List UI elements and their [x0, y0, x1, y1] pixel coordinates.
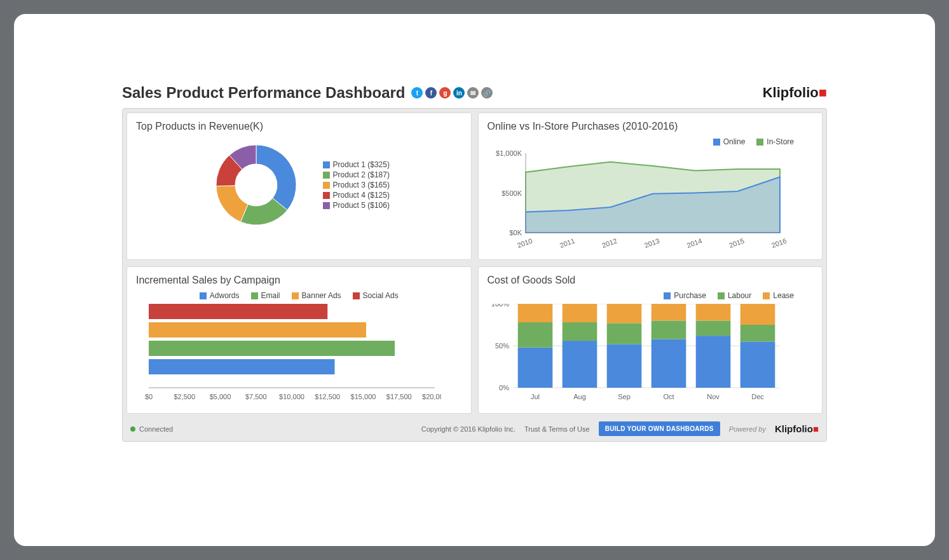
- legend-item[interactable]: Online: [713, 137, 746, 146]
- stacked-segment[interactable]: [695, 336, 730, 388]
- legend-item[interactable]: Banner Ads: [292, 291, 341, 300]
- stacked-segment[interactable]: [606, 323, 641, 344]
- svg-text:Nov: Nov: [707, 393, 720, 400]
- build-dashboards-button[interactable]: BUILD YOUR OWN DASHBOARDS: [599, 421, 720, 436]
- svg-text:Sep: Sep: [618, 393, 631, 400]
- email-icon[interactable]: ✉: [467, 87, 479, 99]
- legend-item[interactable]: Product 4 ($125): [323, 191, 390, 200]
- page-title: Sales Product Performance Dashboard: [122, 84, 405, 102]
- svg-text:$0: $0: [145, 393, 153, 400]
- copyright-text: Copyright © 2016 Klipfolio Inc.: [421, 425, 515, 433]
- footer-right: Copyright © 2016 Klipfolio Inc. Trust & …: [421, 421, 819, 436]
- stacked-segment[interactable]: [651, 339, 686, 388]
- stacked-segment[interactable]: [606, 344, 641, 388]
- svg-text:Jul: Jul: [530, 393, 539, 400]
- svg-text:$12,500: $12,500: [315, 393, 340, 400]
- share-icons: t f g in ✉ 🔗: [411, 87, 493, 99]
- bar[interactable]: [149, 359, 335, 374]
- donut-slice[interactable]: [256, 145, 296, 210]
- svg-text:$7,500: $7,500: [245, 393, 267, 400]
- bar[interactable]: [149, 341, 395, 356]
- donut-legend: Product 1 ($325)Product 2 ($187)Product …: [323, 159, 390, 211]
- svg-text:2011: 2011: [558, 236, 575, 249]
- card-top-products: Top Products in Revenue(K) Product 1 ($3…: [126, 113, 472, 260]
- svg-text:2015: 2015: [728, 236, 745, 249]
- powered-by-text: Powered by: [729, 425, 766, 433]
- legend-item[interactable]: Lease: [763, 291, 794, 300]
- svg-text:50%: 50%: [495, 342, 509, 350]
- svg-text:100%: 100%: [491, 304, 509, 308]
- svg-text:2014: 2014: [685, 236, 702, 249]
- stacked-segment[interactable]: [740, 325, 775, 341]
- legend-item[interactable]: Social Ads: [353, 291, 399, 300]
- legend-item[interactable]: Product 3 ($165): [323, 181, 390, 189]
- stacked-segment[interactable]: [517, 348, 552, 388]
- svg-text:$1,000K: $1,000K: [496, 150, 522, 157]
- twitter-icon[interactable]: t: [411, 87, 423, 99]
- link-icon[interactable]: 🔗: [481, 87, 493, 99]
- facebook-icon[interactable]: f: [425, 87, 437, 99]
- card-title: Online vs In-Store Purchases (2010-2016): [488, 121, 814, 132]
- card-title: Top Products in Revenue(K): [136, 121, 462, 132]
- svg-text:Aug: Aug: [573, 393, 586, 400]
- status: Connected: [130, 425, 173, 433]
- legend-item[interactable]: Email: [251, 291, 280, 300]
- bar[interactable]: [149, 322, 366, 338]
- footer-brand[interactable]: Klipfolio■: [775, 423, 819, 434]
- stacked-segment[interactable]: [606, 304, 641, 323]
- brand-logo[interactable]: Klipfolio■: [763, 85, 827, 101]
- svg-text:2016: 2016: [770, 236, 786, 249]
- legend-item[interactable]: In-Store: [756, 137, 794, 146]
- svg-text:2012: 2012: [601, 236, 618, 249]
- svg-text:$17,500: $17,500: [386, 393, 412, 400]
- stacked-segment[interactable]: [651, 304, 686, 320]
- legend-item[interactable]: Adwords: [200, 291, 240, 300]
- stacked-segment[interactable]: [517, 304, 552, 322]
- terms-link[interactable]: Trust & Terms of Use: [524, 425, 590, 433]
- svg-text:$5,000: $5,000: [210, 393, 231, 400]
- stacked-segment[interactable]: [517, 322, 552, 348]
- footer: Connected Copyright © 2016 Klipfolio Inc…: [123, 418, 826, 441]
- svg-text:Dec: Dec: [751, 393, 764, 400]
- gplus-icon[interactable]: g: [439, 87, 451, 99]
- stacked-segment[interactable]: [740, 341, 775, 388]
- svg-text:Oct: Oct: [663, 393, 674, 400]
- donut-svg: [208, 137, 304, 233]
- card-title: Cost of Goods Sold: [488, 275, 814, 286]
- status-text: Connected: [139, 425, 173, 433]
- stacked-segment[interactable]: [695, 320, 730, 336]
- title-group: Sales Product Performance Dashboard t f …: [122, 84, 493, 102]
- legend-item[interactable]: Product 2 ($187): [323, 170, 390, 179]
- svg-text:$20,000: $20,000: [422, 393, 441, 400]
- linkedin-icon[interactable]: in: [453, 87, 465, 99]
- svg-text:$15,000: $15,000: [351, 393, 376, 400]
- bars-legend: AdwordsEmailBanner AdsSocial Ads: [136, 291, 462, 300]
- legend-item[interactable]: Product 1 ($325): [323, 160, 390, 169]
- legend-item[interactable]: Product 5 ($106): [323, 201, 390, 210]
- card-online-vs-instore: Online vs In-Store Purchases (2010-2016)…: [478, 113, 823, 260]
- app-window: Sales Product Performance Dashboard t f …: [14, 14, 935, 546]
- status-dot-icon: [130, 427, 135, 432]
- stacked-segment[interactable]: [562, 322, 597, 341]
- svg-text:$0K: $0K: [509, 229, 522, 236]
- card-grid: Top Products in Revenue(K) Product 1 ($3…: [123, 109, 826, 418]
- bar[interactable]: [149, 304, 327, 319]
- area-chart: $0K$500K$1,000K2010201120122013201420152…: [488, 150, 786, 252]
- area-legend: OnlineIn-Store: [488, 137, 814, 146]
- card-cogs: Cost of Goods Sold PurchaseLabourLease 0…: [478, 266, 823, 414]
- donut-chart: Product 1 ($325)Product 2 ($187)Product …: [136, 137, 462, 233]
- legend-item[interactable]: Purchase: [664, 291, 706, 300]
- stack-legend: PurchaseLabourLease: [488, 291, 814, 300]
- stacked-chart: 0%50%100%JulAugSepOctNovDec: [488, 304, 786, 406]
- card-incremental-sales: Incremental Sales by Campaign AdwordsEma…: [126, 266, 472, 414]
- stacked-segment[interactable]: [695, 304, 730, 320]
- legend-item[interactable]: Labour: [718, 291, 751, 300]
- brand-text: Klipfolio: [763, 85, 819, 100]
- stacked-segment[interactable]: [651, 320, 686, 339]
- svg-text:2013: 2013: [643, 236, 660, 249]
- bar-chart: $0$2,500$5,000$7,500$10,000$12,500$15,00…: [136, 304, 441, 406]
- stacked-segment[interactable]: [562, 341, 597, 388]
- stacked-segment[interactable]: [562, 304, 597, 322]
- stacked-segment[interactable]: [740, 304, 775, 325]
- card-title: Incremental Sales by Campaign: [136, 275, 462, 286]
